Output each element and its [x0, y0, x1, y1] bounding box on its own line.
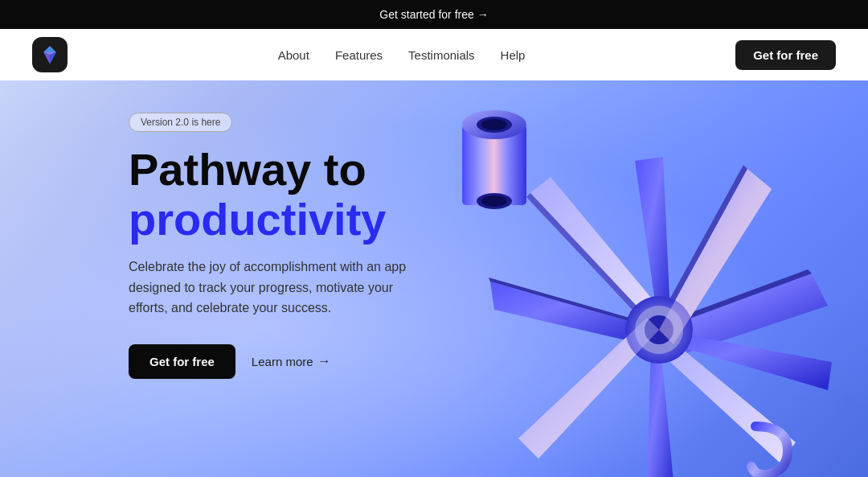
hero-title-line1: Pathway to — [129, 144, 366, 195]
svg-point-4 — [481, 119, 507, 130]
hero-section: Version 2.0 is here Pathway to productiv… — [0, 80, 868, 477]
version-badge: Version 2.0 is here — [129, 113, 232, 132]
banner-text: Get started for free → — [379, 8, 488, 21]
nav-about[interactable]: About — [278, 48, 309, 62]
nav-cta-button[interactable]: Get for free — [735, 40, 836, 70]
hero-buttons: Get for free Learn more — [129, 344, 434, 379]
nav-testimonials[interactable]: Testimonials — [408, 48, 475, 62]
hook-shape — [739, 418, 804, 477]
main-nav: About Features Testimonials Help Get for… — [0, 29, 868, 80]
hero-cta-button[interactable]: Get for free — [129, 344, 235, 379]
hero-description: Celebrate the joy of accomplishment with… — [129, 257, 434, 319]
hero-learn-more-button[interactable]: Learn more — [252, 354, 331, 368]
hero-content: Version 2.0 is here Pathway to productiv… — [129, 113, 434, 379]
hero-title-line2: productivity — [129, 194, 386, 245]
announcement-banner[interactable]: Get started for free → — [0, 0, 868, 29]
hero-3d-decorations — [402, 80, 868, 477]
nav-links: About Features Testimonials Help — [278, 48, 526, 62]
nav-help[interactable]: Help — [501, 48, 526, 62]
nav-features[interactable]: Features — [335, 48, 383, 62]
logo[interactable] — [32, 37, 68, 72]
hero-title: Pathway to productivity — [129, 145, 434, 244]
